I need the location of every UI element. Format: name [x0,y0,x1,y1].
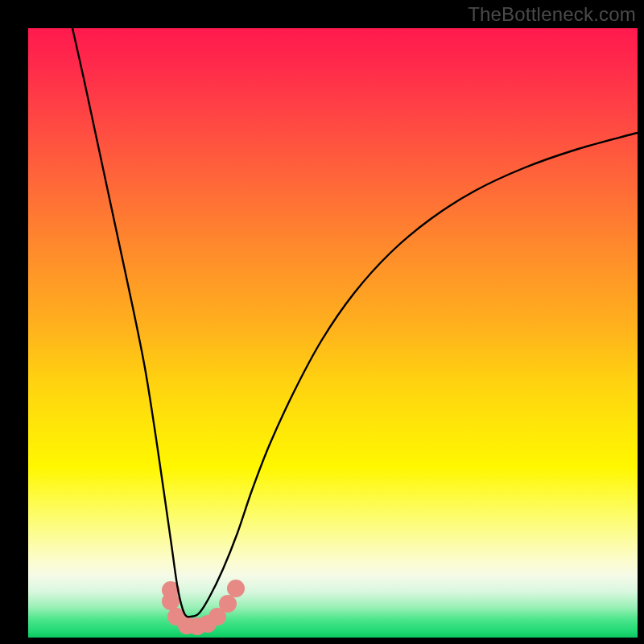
marker-dot [227,580,245,597]
chart-svg [28,28,638,638]
plot-area [28,28,638,638]
bottleneck-curve-line [72,28,638,617]
watermark-text: TheBottleneck.com [468,3,636,26]
marker-dot [162,592,180,610]
outer-frame: TheBottleneck.com [0,0,644,644]
marker-dot [219,595,237,613]
